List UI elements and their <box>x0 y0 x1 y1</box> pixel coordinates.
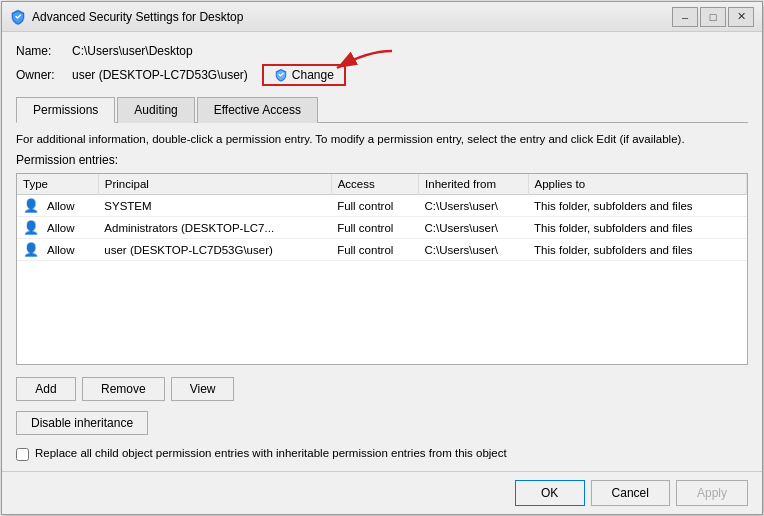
replace-checkbox-row: Replace all child object permission entr… <box>16 447 748 461</box>
tabs-container: Permissions Auditing Effective Access <box>16 96 748 123</box>
cell-applies-to: This folder, subfolders and files <box>528 239 746 261</box>
cell-principal: SYSTEM <box>98 195 331 217</box>
cell-type: 👤Allow <box>17 239 98 261</box>
name-value: C:\Users\user\Desktop <box>72 44 193 58</box>
col-inherited: Inherited from <box>419 174 529 195</box>
title-bar-controls: – □ ✕ <box>672 7 754 27</box>
table-body: 👤AllowSYSTEMFull controlC:\Users\user\Th… <box>17 195 747 261</box>
main-window: Advanced Security Settings for Desktop –… <box>1 1 763 515</box>
user-icon: 👤 <box>23 220 39 235</box>
view-button[interactable]: View <box>171 377 235 401</box>
action-buttons: Add Remove View <box>16 377 748 401</box>
cell-type: 👤Allow <box>17 217 98 239</box>
user-icon: 👤 <box>23 242 39 257</box>
apply-button[interactable]: Apply <box>676 480 748 506</box>
cell-access: Full control <box>331 239 418 261</box>
table-header-row: Type Principal Access Inherited from App… <box>17 174 747 195</box>
minimize-button[interactable]: – <box>672 7 698 27</box>
title-bar-left: Advanced Security Settings for Desktop <box>10 9 243 25</box>
maximize-button[interactable]: □ <box>700 7 726 27</box>
permission-entries-label: Permission entries: <box>16 153 748 167</box>
permissions-table: Type Principal Access Inherited from App… <box>17 174 747 261</box>
content-area: Name: C:\Users\user\Desktop Owner: user … <box>2 32 762 471</box>
close-button[interactable]: ✕ <box>728 7 754 27</box>
name-label: Name: <box>16 44 66 58</box>
col-principal: Principal <box>98 174 331 195</box>
description-text: For additional information, double-click… <box>16 133 748 145</box>
col-type: Type <box>17 174 98 195</box>
table-row[interactable]: 👤Allowuser (DESKTOP-LC7D53G\user)Full co… <box>17 239 747 261</box>
cell-inherited-from: C:\Users\user\ <box>419 217 529 239</box>
user-icon: 👤 <box>23 198 39 213</box>
table-row[interactable]: 👤AllowSYSTEMFull controlC:\Users\user\Th… <box>17 195 747 217</box>
cell-access: Full control <box>331 195 418 217</box>
window-title: Advanced Security Settings for Desktop <box>32 10 243 24</box>
permissions-table-container: Type Principal Access Inherited from App… <box>16 173 748 365</box>
cell-applies-to: This folder, subfolders and files <box>528 195 746 217</box>
owner-row: Owner: user (DESKTOP-LC7D53G\user) Chang… <box>16 64 748 86</box>
title-bar: Advanced Security Settings for Desktop –… <box>2 2 762 32</box>
add-button[interactable]: Add <box>16 377 76 401</box>
ok-button[interactable]: OK <box>515 480 585 506</box>
disable-inheritance-button[interactable]: Disable inheritance <box>16 411 148 435</box>
window-icon <box>10 9 26 25</box>
cancel-button[interactable]: Cancel <box>591 480 670 506</box>
table-row[interactable]: 👤AllowAdministrators (DESKTOP-LC7...Full… <box>17 217 747 239</box>
cell-inherited-from: C:\Users\user\ <box>419 195 529 217</box>
cell-type: 👤Allow <box>17 195 98 217</box>
cell-principal: Administrators (DESKTOP-LC7... <box>98 217 331 239</box>
tab-permissions[interactable]: Permissions <box>16 97 115 123</box>
cell-access: Full control <box>331 217 418 239</box>
cell-inherited-from: C:\Users\user\ <box>419 239 529 261</box>
col-access: Access <box>331 174 418 195</box>
tab-auditing[interactable]: Auditing <box>117 97 194 123</box>
tab-effective-access[interactable]: Effective Access <box>197 97 318 123</box>
name-row: Name: C:\Users\user\Desktop <box>16 44 748 58</box>
dialog-footer: OK Cancel Apply <box>2 471 762 514</box>
replace-checkbox[interactable] <box>16 448 29 461</box>
replace-checkbox-label: Replace all child object permission entr… <box>35 447 507 459</box>
change-button[interactable]: Change <box>262 64 346 86</box>
col-applies: Applies to <box>528 174 746 195</box>
owner-label: Owner: <box>16 68 66 82</box>
change-label: Change <box>292 68 334 82</box>
remove-button[interactable]: Remove <box>82 377 165 401</box>
cell-principal: user (DESKTOP-LC7D53G\user) <box>98 239 331 261</box>
cell-applies-to: This folder, subfolders and files <box>528 217 746 239</box>
owner-value: user (DESKTOP-LC7D53G\user) <box>72 68 248 82</box>
shield-icon <box>274 68 288 82</box>
